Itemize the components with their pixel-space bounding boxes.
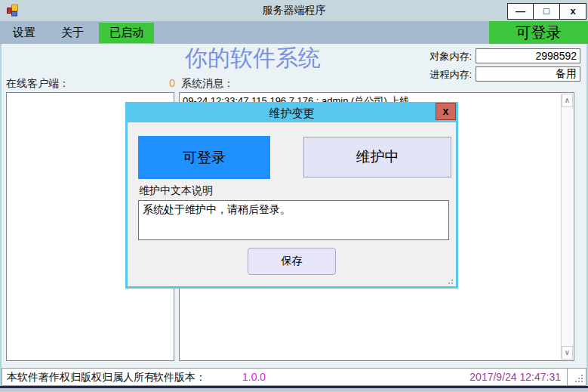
window-bottom-frame [0,388,588,392]
title-bar: 服务器端程序 — □ x [0,0,588,21]
dialog-title-bar[interactable]: 维护变更 [128,104,456,122]
version-label: 软件版本： [153,371,206,384]
save-button[interactable]: 保存 [248,248,336,275]
close-button[interactable]: x [560,3,586,20]
dialog-title: 维护变更 [128,104,456,122]
status-timestamp: 2017/9/24 12:47:31 [469,371,561,383]
window-left-edge [0,44,2,387]
minimize-button[interactable]: — [507,3,534,20]
window-title: 服务器端程序 [0,4,588,17]
process-memory-label: 进程内存: [408,68,472,82]
scroll-down-icon[interactable]: ∨ [562,346,573,360]
dialog-close-button[interactable]: x [436,103,456,120]
window-resize-grip[interactable] [568,368,586,386]
login-status-badge: 可登录 [489,21,588,44]
version-value: 1.0.0 [242,371,266,383]
online-clients-label: 在线客户端： [6,77,69,91]
messages-scrollbar[interactable]: ∧ ∨ [561,94,573,360]
menu-item-started-status[interactable]: 已启动 [99,23,154,43]
copyright-text: 本软件著作权归版权归属人所有 [7,371,155,384]
resize-grip-icon [581,381,583,382]
maintenance-mode-button[interactable]: 维护中 [303,137,451,177]
window-controls: — □ x [507,3,586,20]
maintenance-text-label: 维护中文本说明 [139,184,213,198]
login-enabled-button[interactable]: 可登录 [138,136,270,179]
object-memory-label: 对象内存: [408,50,472,63]
app-window: 服务器端程序 — □ x 设置 关于 已启动 可登录 你的软件系统 对象内存: … [0,0,588,392]
process-memory-field[interactable] [476,66,580,82]
app-title: 你的软件系统 [106,43,400,74]
dialog-resize-grip-icon[interactable] [451,282,453,284]
object-memory-field[interactable] [476,48,580,63]
scroll-up-icon[interactable]: ∧ [562,94,573,107]
maintenance-text-input[interactable]: 系统处于维护中，请稍后登录。 [138,200,449,240]
menu-item-settings[interactable]: 设置 [0,23,48,43]
menu-bar: 设置 关于 已启动 可登录 [0,21,588,44]
online-clients-count: 0 [155,77,175,89]
maintenance-dialog: 维护变更 x 可登录 维护中 维护中文本说明 系统处于维护中，请稍后登录。 保存 [125,102,458,289]
menu-item-about[interactable]: 关于 [48,23,97,43]
maximize-button[interactable]: □ [534,3,560,20]
system-messages-label: 系统消息： [181,77,234,91]
status-bar: 本软件著作权归版权归属人所有 软件版本： 1.0.0 2017/9/24 12:… [2,368,568,386]
